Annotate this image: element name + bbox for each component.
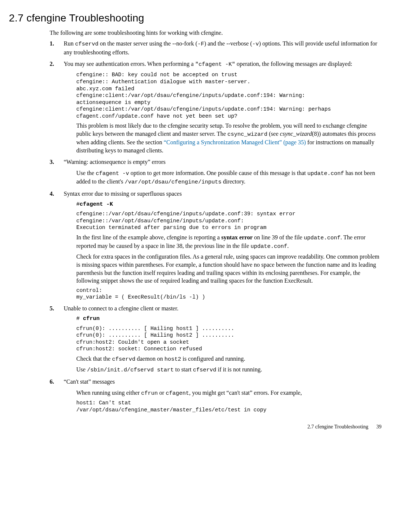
inline-code: -v — [252, 41, 259, 47]
text: is configured and running. — [181, 356, 245, 362]
item6-title: “Can't stat” messages — [64, 378, 382, 386]
code-block: host1: Can't stat /var/opt/dsau/cfengine… — [76, 400, 382, 413]
inline-code: host2 — [164, 356, 181, 363]
code-block: cfrun(0): .......... [ Hailing host1 ] .… — [76, 325, 382, 353]
italic-text: csync_wizard — [280, 131, 312, 137]
text: on line 39 of the file — [253, 234, 304, 240]
item2-para1: You may see authentication errors. When … — [64, 60, 382, 68]
inline-code: cfservd — [75, 41, 99, 47]
item1-para: Run cfservd on the master server using t… — [64, 40, 382, 56]
text: operation, the following messages are di… — [235, 61, 352, 67]
inline-code: cfservd — [193, 367, 216, 373]
list-item-2: You may see authentication errors. When … — [50, 60, 382, 154]
inline-code: -F — [197, 41, 204, 47]
text: option to get more information. One poss… — [129, 170, 307, 176]
inline-code: cfservd — [112, 356, 135, 363]
bold-text: syntax error — [221, 234, 253, 240]
text: You may see authentication errors. When … — [64, 61, 195, 67]
footer-section-title: 2.7 cfengine Troubleshooting — [307, 424, 369, 430]
inline-code: cfrun — [141, 390, 158, 397]
text: When running using either — [76, 390, 141, 396]
list-item-6: “Can't stat” messages When running using… — [50, 378, 382, 413]
numbered-list: Run cfservd on the master server using t… — [50, 40, 382, 413]
inline-code: update.conf — [251, 243, 287, 250]
inline-code: update.conf — [307, 171, 344, 177]
item4-para2: Check for extra spaces in the configurat… — [76, 253, 382, 284]
text: on the master server using the --no-fork… — [99, 40, 197, 47]
prompt-hash: # — [76, 201, 80, 208]
list-item-5: Unable to connect to a cfengine client o… — [50, 304, 382, 374]
text: ) and the --verbose ( — [204, 40, 252, 47]
item4-command: #cfagent -K — [76, 201, 382, 208]
list-item-3: “Warning: actionsequence is empty” error… — [50, 158, 382, 186]
item6-para: When running using either cfrun or cfage… — [76, 389, 382, 397]
item3-title: “Warning: actionsequence is empty” error… — [64, 158, 382, 166]
text: . — [287, 243, 289, 249]
list-item-1: Run cfservd on the master server using t… — [50, 40, 382, 56]
inline-code: cfagent — [166, 390, 189, 397]
cross-ref-link[interactable]: “Configuring a Synchronization Managed C… — [164, 139, 306, 145]
item5-para1: Check that the cfservd daemon on host2 i… — [76, 355, 382, 363]
item2-para2: This problem is most likely due to the c… — [76, 122, 382, 154]
section-heading: 2.7 cfengine Troubleshooting — [9, 11, 382, 25]
page-number: 39 — [376, 424, 381, 430]
text: to start — [174, 366, 193, 373]
page-footer: 2.7 cfengine Troubleshooting 39 — [9, 424, 382, 431]
prompt-hash: # — [76, 316, 83, 322]
item5-para2: Use /sbin/init.d/cfservd start to start … — [76, 366, 382, 374]
item5-title: Unable to connect to a cfengine client o… — [64, 304, 382, 313]
inline-code: csync_wizard — [227, 131, 267, 138]
code-block: cfengine::/var/opt/dsau/cfengine/inputs/… — [76, 211, 382, 231]
text: Check that the — [76, 356, 112, 362]
inline-code: update.conf — [304, 235, 340, 241]
item4-para1: In the first line of the example above, … — [76, 233, 382, 251]
text: or — [158, 390, 166, 396]
text: , you might get “can't stat” errors. For… — [189, 390, 302, 396]
text: Use — [76, 366, 87, 373]
text: daemon on — [135, 356, 164, 362]
command-text: cfrun — [83, 316, 100, 322]
code-block: cfengine:: BAD: key could not be accepte… — [76, 71, 382, 119]
inline-code: "cfagent -K" — [195, 61, 235, 68]
item4-title: Syntax error due to missing or superfluo… — [64, 190, 382, 198]
text: if it is not running. — [216, 366, 262, 373]
inline-code: /var/opt/dsau/cfengine/inputs — [125, 179, 221, 185]
text: directory. — [221, 178, 246, 185]
item3-para: Use the cfagent -v option to get more in… — [76, 169, 382, 186]
code-block: control: my_variable = ( ExecResult(/bin… — [76, 287, 382, 301]
inline-code: cfagent -v — [96, 171, 129, 177]
text: In the first line of the example above, … — [76, 234, 221, 240]
command-text: cfagent -K — [80, 201, 113, 208]
text: Run — [64, 40, 75, 47]
intro-text: The following are some troubleshooting h… — [50, 29, 382, 37]
section-body: The following are some troubleshooting h… — [50, 29, 382, 414]
text: (see — [267, 131, 280, 137]
item5-command: # cfrun — [76, 315, 382, 323]
inline-code: /sbin/init.d/cfservd start — [87, 367, 174, 373]
list-item-4: Syntax error due to missing or superfluo… — [50, 190, 382, 300]
text: Use the — [76, 170, 96, 176]
